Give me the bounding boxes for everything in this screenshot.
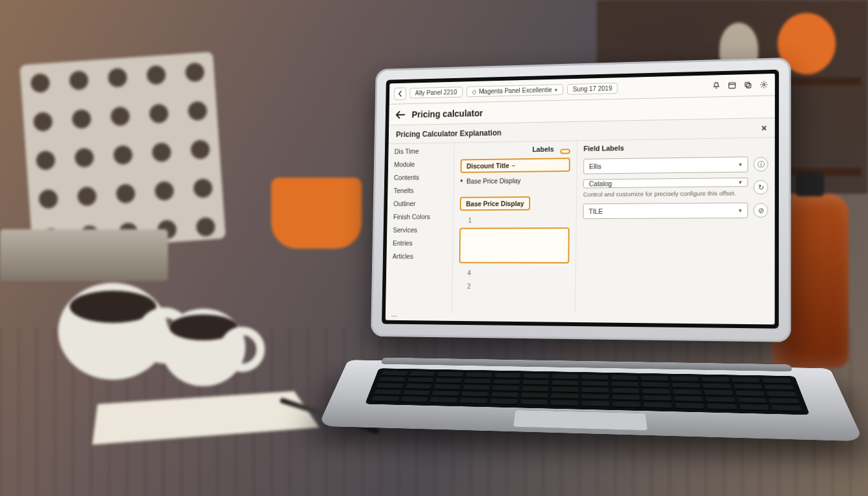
chevron-down-icon: ▾: [555, 87, 558, 93]
svg-rect-0: [728, 83, 735, 88]
breadcrumb-1-label: Ally Panel 2210: [415, 88, 457, 96]
content-area: Dis Time Module Contents Tenelts Outline…: [386, 138, 775, 315]
chevron-down-icon: ▾: [739, 179, 742, 185]
label-chip-base[interactable]: Base Price Display: [460, 196, 530, 211]
labels-header: Labels: [532, 145, 554, 153]
chevron-down-icon: ▾: [739, 161, 742, 168]
field-labels-header: Field Labels: [584, 142, 769, 152]
laptop: Ally Panel 2210 ◇ Magenta Panel Excellen…: [369, 57, 818, 444]
field-row-3: TILE ▾ ⊘: [583, 203, 769, 220]
panel-icon: [727, 81, 736, 90]
copy-button[interactable]: [741, 79, 753, 91]
aux-row-3: 2: [459, 283, 569, 291]
info-icon: ⓘ: [757, 160, 764, 169]
laptop-lid: Ally Panel 2210 ◇ Magenta Panel Excellen…: [371, 57, 791, 342]
page-back-button[interactable]: [395, 110, 406, 119]
gear-icon: [760, 80, 768, 88]
sidebar-item-distime[interactable]: Dis Time: [395, 147, 448, 155]
aux-row-2: 4: [459, 269, 569, 277]
diamond-icon: ◇: [471, 88, 477, 96]
chevron-left-icon: [397, 90, 403, 97]
select-ellis[interactable]: Ellis ▾: [583, 156, 748, 174]
label-chip-discount-text: Discount Title: [466, 161, 509, 170]
nav-back-button[interactable]: [394, 87, 406, 100]
label-chip-base-text: Base Price Display: [466, 200, 524, 207]
select-tile-value: TILE: [588, 207, 603, 215]
laptop-base: [318, 360, 863, 441]
select-ellis-value: Ellis: [589, 162, 601, 170]
field-row-1: Ellis ▾ ⓘ: [583, 156, 768, 174]
sidebar-item-finishcolors[interactable]: Finish Colors: [393, 212, 447, 220]
breadcrumb-2[interactable]: ◇ Magenta Panel Excellentie ▾: [466, 84, 564, 97]
sidebar-item-outliner[interactable]: Outliner: [393, 200, 447, 207]
sidebar-item-articles[interactable]: Articles: [393, 253, 446, 260]
clear-button[interactable]: ⊘: [754, 203, 769, 218]
sidebar-item-contents[interactable]: Contents: [394, 173, 448, 181]
field-hint: Control and customize for precisely conf…: [583, 189, 748, 199]
breadcrumb-3-label: Sung 17 2019: [573, 85, 612, 92]
sidebar-nav: Dis Time Module Contents Tenelts Outline…: [386, 143, 455, 312]
bullet-base-price-text: Base Price Display: [466, 177, 521, 185]
close-button[interactable]: ×: [761, 123, 767, 133]
screen: Ally Panel 2210 ◇ Magenta Panel Excellen…: [386, 74, 775, 325]
label-chip-discount[interactable]: Discount Title –: [460, 158, 570, 173]
field-row-2: Catalog ▾ Control and customize for prec…: [583, 178, 769, 199]
chevron-down-icon: ▾: [739, 207, 742, 214]
breadcrumb-3[interactable]: Sung 17 2019: [567, 83, 618, 95]
label-dropzone[interactable]: [459, 227, 570, 264]
refresh-icon: ↻: [758, 183, 763, 191]
sidebar-item-tenelts[interactable]: Tenelts: [394, 187, 448, 194]
labels-column: Labels Discount Title – Base Price Displ…: [452, 141, 577, 313]
trackpad: [513, 410, 648, 431]
svg-rect-2: [745, 82, 749, 87]
bullet-base-price: Base Price Display: [460, 176, 570, 186]
label-chip-discount-dash: –: [512, 161, 515, 169]
aux-row-1: 1: [460, 216, 570, 224]
select-tile[interactable]: TILE ▾: [583, 203, 749, 220]
field-labels-column: Field Labels Ellis ▾ ⓘ Catalog ▾: [575, 138, 774, 315]
svg-rect-1: [746, 83, 750, 88]
select-catalog[interactable]: Catalog ▾: [583, 178, 748, 189]
page-title: Pricing calculator: [411, 108, 482, 119]
sidebar-item-services[interactable]: Services: [393, 226, 446, 234]
refresh-button[interactable]: ↻: [754, 180, 769, 195]
svg-point-3: [763, 83, 765, 85]
breadcrumb-2-label: Magenta Panel Excellentie: [479, 87, 552, 95]
keyboard: [365, 368, 810, 415]
section-title: Pricing Calculator Explanation: [396, 128, 502, 138]
notifications-button[interactable]: [710, 80, 721, 92]
label-chip-blank[interactable]: [560, 149, 570, 154]
breadcrumb-1[interactable]: Ally Panel 2210: [409, 87, 462, 98]
arrow-left-icon: [395, 110, 406, 119]
select-catalog-value: Catalog: [589, 180, 612, 187]
bell-icon: [712, 81, 720, 90]
info-button[interactable]: ⓘ: [754, 157, 769, 172]
settings-button[interactable]: [758, 79, 770, 91]
sidebar-item-entries[interactable]: Entries: [393, 239, 446, 247]
copy-icon: [743, 81, 752, 89]
sidebar-item-module[interactable]: Module: [394, 160, 448, 169]
clear-icon: ⊘: [758, 206, 763, 214]
panel-button[interactable]: [726, 79, 738, 92]
